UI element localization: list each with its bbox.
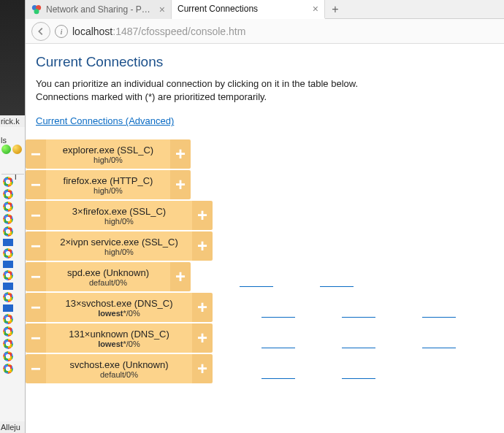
connection-meta: lowest*/0%	[98, 340, 140, 348]
chrome-icon	[3, 326, 13, 337]
connections-list: −explorer.exe (SSL_C)high/0%+−firefox.ex…	[26, 139, 495, 383]
connection-cell[interactable]: 131×unknown (DNS_C)lowest*/0%	[46, 323, 192, 353]
increase-priority-button[interactable]: +	[170, 170, 191, 199]
connection-meta: default/0%	[89, 278, 127, 287]
connection-row: −3×firefox.exe (SSL_C)high/0%+	[26, 201, 495, 230]
connection-name: explorer.exe (SSL_C)	[63, 145, 153, 156]
detail-link[interactable]	[234, 262, 278, 291]
tab-title: Network and Sharing - Po…	[46, 4, 155, 15]
connection-name: 131×unknown (DNS_C)	[69, 329, 169, 340]
connection-meta: high/0%	[104, 248, 134, 256]
back-button[interactable]	[31, 22, 50, 41]
connection-name: 2×ivpn service.exe (SSL_C)	[60, 237, 178, 248]
decrease-priority-button[interactable]: −	[26, 354, 46, 383]
detail-link[interactable]	[337, 323, 381, 353]
favicon-icon	[31, 4, 42, 15]
detail-link[interactable]	[256, 293, 300, 322]
connection-cell[interactable]: explorer.exe (SSL_C)high/0%	[46, 139, 170, 169]
advanced-link[interactable]: Current Connections (Advanced)	[36, 115, 174, 126]
increase-priority-button[interactable]: +	[192, 293, 213, 322]
connection-meta: high/0%	[104, 217, 134, 226]
chrome-icon	[3, 364, 13, 374]
connection-cell[interactable]: spd.exe (Unknown)default/0%	[46, 262, 170, 291]
page-content: Current Connections You can prioritize a…	[26, 44, 504, 383]
partial-icon	[12, 145, 22, 154]
detail-link[interactable]	[337, 293, 381, 322]
page-title: Current Connections	[36, 54, 495, 70]
increase-priority-button[interactable]: +	[192, 323, 213, 353]
connection-row: −131×unknown (DNS_C)lowest*/0%+	[26, 323, 495, 353]
tab-title: Current Connections	[177, 4, 308, 14]
connection-cell[interactable]: firefox.exe (HTTP_C)high/0%	[46, 170, 170, 199]
detail-link[interactable]	[315, 262, 359, 291]
detail-link[interactable]	[417, 293, 461, 322]
connection-name: firefox.exe (HTTP_C)	[64, 175, 153, 186]
svg-point-2	[34, 9, 39, 14]
chrome-icon	[3, 292, 13, 302]
connection-meta: high/0%	[93, 186, 123, 195]
decrease-priority-button[interactable]: −	[26, 170, 46, 199]
page-description: You can prioritize an individual connect…	[36, 77, 495, 104]
partial-icon	[3, 304, 13, 312]
decrease-priority-button[interactable]: −	[26, 323, 46, 353]
chrome-icon	[3, 339, 13, 349]
connection-row: −svchost.exe (Unknown)default/0%+	[26, 354, 495, 383]
address-bar: i localhost:1487/cfosspeed/console.htm	[26, 19, 504, 44]
connection-row: −2×ivpn service.exe (SSL_C)high/0%+	[26, 231, 495, 261]
chrome-icon	[3, 270, 13, 280]
close-icon[interactable]: ×	[159, 4, 165, 15]
connection-name: spd.exe (Unknown)	[67, 267, 149, 278]
tab-active[interactable]: Current Connections ×	[172, 0, 325, 19]
partial-icon	[3, 283, 13, 290]
arrow-left-icon	[36, 26, 46, 37]
connection-cell[interactable]: 2×ivpn service.exe (SSL_C)high/0%	[46, 231, 192, 261]
detail-link[interactable]	[337, 354, 381, 383]
increase-priority-button[interactable]: +	[170, 139, 191, 169]
increase-priority-button[interactable]: +	[170, 262, 191, 291]
chrome-icon	[3, 214, 13, 224]
decrease-priority-button[interactable]: −	[26, 262, 46, 291]
chrome-icon	[3, 248, 13, 258]
detail-link[interactable]	[417, 323, 461, 353]
partial-text: Alleju	[0, 421, 26, 433]
url-rest: :1487/cfosspeed/console.htm	[112, 26, 245, 37]
chrome-icon	[3, 226, 13, 237]
connection-row: −explorer.exe (SSL_C)high/0%+	[26, 139, 495, 169]
close-icon[interactable]: ×	[313, 4, 318, 14]
connection-name: svchost.exe (Unknown)	[69, 359, 168, 370]
decrease-priority-button[interactable]: −	[26, 293, 46, 322]
browser-window: Network and Sharing - Po… × Current Conn…	[26, 0, 504, 433]
connection-name: 13×svchost.exe (DNS_C)	[65, 298, 172, 309]
background-partial-window: rick.k ls T Alleju	[0, 0, 26, 433]
connection-cell[interactable]: 13×svchost.exe (DNS_C)lowest*/0%	[46, 293, 192, 322]
connection-cell[interactable]: svchost.exe (Unknown)default/0%	[46, 354, 192, 383]
chrome-icon	[3, 202, 13, 212]
tab-inactive[interactable]: Network and Sharing - Po… ×	[26, 0, 172, 19]
decrease-priority-button[interactable]: −	[26, 139, 46, 169]
chrome-icon	[3, 189, 13, 199]
connection-row: −firefox.exe (HTTP_C)high/0%+	[26, 170, 495, 199]
decrease-priority-button[interactable]: −	[26, 231, 46, 261]
partial-text: rick.k	[0, 115, 26, 127]
partial-icon	[3, 239, 13, 246]
chrome-icon	[3, 177, 13, 187]
tab-strip: Network and Sharing - Po… × Current Conn…	[26, 0, 504, 19]
connection-name: 3×firefox.exe (SSL_C)	[72, 206, 166, 217]
connection-meta: high/0%	[93, 156, 123, 164]
chrome-icon	[3, 351, 13, 361]
connection-cell[interactable]: 3×firefox.exe (SSL_C)high/0%	[46, 201, 192, 230]
decrease-priority-button[interactable]: −	[26, 201, 46, 230]
increase-priority-button[interactable]: +	[192, 201, 213, 230]
detail-link[interactable]	[256, 354, 300, 383]
url-host: localhost	[72, 26, 112, 37]
increase-priority-button[interactable]: +	[192, 231, 213, 261]
new-tab-button[interactable]: +	[325, 0, 345, 18]
connection-row: −13×svchost.exe (DNS_C)lowest*/0%+	[26, 293, 495, 322]
increase-priority-button[interactable]: +	[192, 354, 213, 383]
url-field[interactable]: localhost:1487/cfosspeed/console.htm	[72, 26, 245, 37]
partial-icon	[1, 145, 11, 154]
connection-row: −spd.exe (Unknown)default/0%+	[26, 262, 495, 291]
detail-link[interactable]	[256, 323, 300, 353]
info-icon[interactable]: i	[55, 25, 68, 38]
connection-meta: default/0%	[100, 370, 138, 379]
